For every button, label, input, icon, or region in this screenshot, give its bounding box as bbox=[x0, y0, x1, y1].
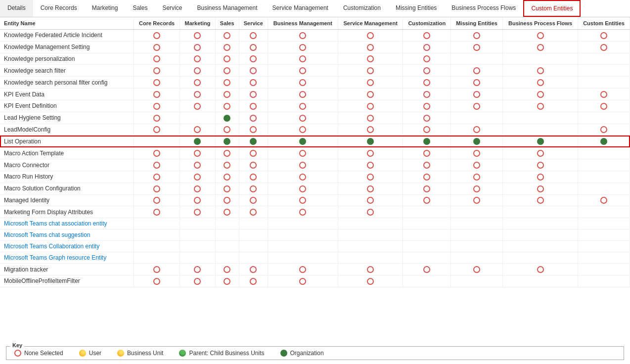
data-cell bbox=[338, 53, 403, 65]
data-cell bbox=[239, 147, 268, 159]
circle-none bbox=[250, 44, 257, 51]
tab-business-process-flows[interactable]: Business Process Flows bbox=[444, 0, 523, 17]
circle-none bbox=[224, 150, 230, 157]
data-cell bbox=[502, 159, 578, 171]
data-cell bbox=[215, 89, 239, 100]
data-cell bbox=[134, 194, 180, 206]
table-wrapper[interactable]: Entity NameCore RecordsMarketingSalesSer… bbox=[0, 17, 630, 342]
circle-none bbox=[224, 79, 230, 86]
key-title: Key bbox=[10, 342, 24, 348]
circle-none bbox=[423, 79, 430, 86]
table-row: Microsoft Teams chat suggestion bbox=[0, 229, 630, 241]
data-cell bbox=[239, 194, 268, 206]
tab-service[interactable]: Service bbox=[155, 0, 189, 17]
circle-none bbox=[194, 209, 201, 216]
tab-details[interactable]: Details bbox=[0, 0, 33, 17]
col-header-0: Entity Name bbox=[0, 17, 134, 30]
data-cell bbox=[578, 194, 630, 206]
key-item-none: None Selected bbox=[14, 350, 63, 357]
data-cell bbox=[215, 252, 239, 264]
table-row: List Operation bbox=[0, 136, 630, 147]
circle-none bbox=[194, 174, 201, 181]
circle-none bbox=[473, 32, 480, 39]
circle-none bbox=[537, 91, 544, 98]
tab-marketing[interactable]: Marketing bbox=[85, 0, 126, 17]
table-row: Marketing Form Display Attributes bbox=[0, 206, 630, 218]
data-cell bbox=[268, 229, 338, 241]
data-cell bbox=[502, 53, 578, 65]
data-cell bbox=[134, 89, 180, 100]
circle-none bbox=[194, 185, 201, 192]
circle-none bbox=[194, 55, 201, 62]
data-cell bbox=[134, 241, 180, 252]
tab-custom-entities[interactable]: Custom Entities bbox=[523, 0, 581, 17]
tab-missing-entities[interactable]: Missing Entities bbox=[388, 0, 444, 17]
circle-none bbox=[537, 44, 544, 51]
circle-none bbox=[194, 79, 201, 86]
circle-none bbox=[299, 278, 306, 285]
table-row: Microsoft Teams chat association entity bbox=[0, 218, 630, 229]
circle-none bbox=[537, 67, 544, 74]
table-row: Knowledge Federated Article Incident bbox=[0, 30, 630, 42]
circle-none bbox=[153, 209, 160, 216]
data-cell bbox=[180, 53, 216, 65]
data-cell bbox=[578, 136, 630, 147]
data-cell bbox=[134, 65, 180, 77]
table-row: Macro Connector bbox=[0, 159, 630, 171]
circle-none bbox=[423, 162, 430, 169]
data-cell bbox=[578, 275, 630, 287]
data-cell bbox=[578, 124, 630, 136]
tab-sales[interactable]: Sales bbox=[125, 0, 155, 17]
circle-none bbox=[537, 197, 544, 204]
table-row: Knowledge personalization bbox=[0, 53, 630, 65]
data-cell bbox=[451, 264, 503, 275]
circle-none bbox=[153, 150, 160, 157]
data-cell bbox=[338, 241, 403, 252]
entity-name-cell: Managed Identity bbox=[0, 194, 134, 206]
circle-none bbox=[367, 185, 374, 192]
data-cell bbox=[215, 100, 239, 112]
data-cell bbox=[502, 124, 578, 136]
circle-org bbox=[473, 138, 480, 145]
col-header-6: Service Management bbox=[338, 17, 403, 30]
entity-name-link[interactable]: Microsoft Teams chat association entity bbox=[4, 220, 107, 227]
data-cell bbox=[180, 112, 216, 124]
circle-none bbox=[153, 185, 160, 192]
key-label-business-unit: Business Unit bbox=[127, 350, 163, 357]
data-cell bbox=[451, 89, 503, 100]
circle-none bbox=[153, 44, 160, 51]
data-cell bbox=[451, 124, 503, 136]
entity-name-link[interactable]: Microsoft Teams Collaboration entity bbox=[4, 243, 99, 250]
data-cell bbox=[338, 112, 403, 124]
data-cell bbox=[451, 194, 503, 206]
col-header-4: Service bbox=[239, 17, 268, 30]
tab-core-records[interactable]: Core Records bbox=[33, 0, 85, 17]
circle-none bbox=[194, 32, 201, 39]
data-cell bbox=[451, 136, 503, 147]
circle-none bbox=[473, 44, 480, 51]
data-cell bbox=[502, 112, 578, 124]
data-cell bbox=[239, 77, 268, 89]
data-cell bbox=[239, 65, 268, 77]
tab-customization[interactable]: Customization bbox=[336, 0, 388, 17]
data-cell bbox=[134, 159, 180, 171]
data-cell bbox=[134, 218, 180, 229]
circle-none bbox=[299, 266, 306, 273]
data-cell bbox=[502, 147, 578, 159]
tab-business-management[interactable]: Business Management bbox=[189, 0, 265, 17]
data-cell bbox=[451, 77, 503, 89]
circle-none bbox=[299, 115, 306, 122]
data-cell bbox=[403, 194, 451, 206]
data-cell bbox=[338, 77, 403, 89]
circle-org bbox=[537, 138, 544, 145]
data-cell bbox=[215, 53, 239, 65]
data-cell bbox=[451, 112, 503, 124]
tab-service-management[interactable]: Service Management bbox=[265, 0, 336, 17]
entity-name-link[interactable]: Microsoft Teams Graph resource Entity bbox=[4, 254, 106, 261]
col-header-7: Customization bbox=[403, 17, 451, 30]
data-cell bbox=[134, 275, 180, 287]
circle-none bbox=[224, 126, 230, 133]
data-cell bbox=[268, 275, 338, 287]
data-cell bbox=[451, 159, 503, 171]
entity-name-link[interactable]: Microsoft Teams chat suggestion bbox=[4, 231, 90, 238]
